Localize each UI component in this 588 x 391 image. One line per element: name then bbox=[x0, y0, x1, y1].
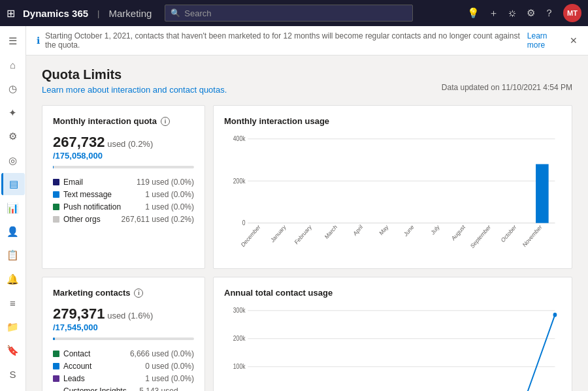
legend-label: Contact bbox=[63, 349, 90, 358]
sidebar-item-dashboard[interactable]: ▤ bbox=[1, 173, 25, 195]
nav-icons: 💡 ＋ ⛭ ⚙ ？ MT bbox=[467, 4, 581, 22]
banner-learn-link[interactable]: Learn more bbox=[527, 31, 564, 50]
svg-text:200k: 200k bbox=[233, 178, 246, 185]
legend-value: 1 used (0.0%) bbox=[145, 374, 194, 383]
sidebar-item-home[interactable]: ⌂ bbox=[1, 54, 25, 76]
svg-text:July: July bbox=[430, 223, 441, 236]
svg-text:August: August bbox=[450, 223, 466, 242]
legend-color-dot bbox=[53, 216, 59, 223]
sidebar-item-analytics[interactable]: 📊 bbox=[1, 196, 25, 219]
svg-text:300k: 300k bbox=[233, 307, 246, 315]
sidebar-item-settings-local[interactable]: ⚙ bbox=[1, 125, 25, 148]
monthly-interaction-card: Monthly interaction quota i 267,732 used… bbox=[42, 105, 205, 269]
marketing-contacts-info-icon[interactable]: i bbox=[134, 289, 143, 298]
contact-chart-card: Annual total contact usage 0100k200k300k… bbox=[213, 277, 572, 391]
sidebar-item-recent[interactable]: ◷ bbox=[1, 78, 25, 100]
avatar[interactable]: MT bbox=[563, 4, 581, 22]
svg-point-49 bbox=[553, 313, 557, 317]
sidebar-item-pinned[interactable]: ✦ bbox=[1, 101, 25, 123]
settings-icon[interactable]: ⚙ bbox=[527, 7, 535, 19]
svg-text:January: January bbox=[269, 223, 287, 244]
contacts-quota-fill bbox=[53, 337, 55, 340]
banner-close-button[interactable]: ✕ bbox=[570, 35, 578, 46]
legend-label: Email bbox=[63, 178, 83, 187]
svg-text:May: May bbox=[378, 223, 390, 237]
main-content: ℹ Starting October 1, 2021, contacts tha… bbox=[26, 26, 588, 391]
page-subtitle-link[interactable]: Learn more about interaction and contact… bbox=[42, 85, 227, 95]
module-name: Marketing bbox=[108, 8, 152, 19]
legend-color-dot bbox=[53, 375, 59, 382]
legend-color-dot bbox=[53, 191, 59, 198]
contacts-quota-bar bbox=[53, 337, 194, 340]
waffle-icon[interactable]: ⊞ bbox=[7, 7, 15, 20]
sidebar-item-list[interactable]: ≡ bbox=[1, 292, 25, 314]
search-icon: 🔍 bbox=[171, 8, 180, 18]
legend-color-dot bbox=[53, 179, 59, 185]
search-box[interactable]: 🔍 bbox=[165, 5, 413, 22]
add-icon[interactable]: ＋ bbox=[489, 7, 498, 20]
sidebar-item-info[interactable]: ◎ bbox=[1, 149, 25, 171]
contacts-used-pct: used (1.6%) bbox=[107, 311, 153, 321]
svg-text:April: April bbox=[352, 223, 364, 237]
legend-label: Text message bbox=[63, 190, 112, 199]
left-sidebar: ☰ ⌂ ◷ ✦ ⚙ ◎ ▤ 📊 👤 📋 🔔 ≡ 📁 🔖 S bbox=[0, 26, 26, 391]
legend-value: 5,143 used (0.0%) bbox=[139, 386, 194, 391]
nav-divider: | bbox=[97, 8, 99, 18]
legend-item: Customer Insights profiles 5,143 used (0… bbox=[53, 386, 194, 391]
legend-item: Text message 1 used (0.0%) bbox=[53, 190, 194, 199]
contacts-used-number: 279,371 bbox=[53, 305, 105, 322]
legend-color-dot bbox=[53, 363, 59, 369]
sidebar-item-segments[interactable]: 📋 bbox=[1, 244, 25, 266]
legend-color-dot bbox=[53, 204, 59, 210]
monthly-used-number: 267,732 bbox=[53, 134, 105, 150]
legend-label: Account bbox=[63, 362, 91, 371]
svg-text:October: October bbox=[500, 223, 517, 243]
page-header: Quota Limits Learn more about interactio… bbox=[26, 55, 588, 105]
search-input[interactable] bbox=[184, 8, 407, 18]
contact-chart-title: Annual total contact usage bbox=[224, 288, 561, 298]
interaction-chart-container: 0200k400kDecemberJanuaryFebruaryMarchApr… bbox=[224, 127, 561, 258]
svg-text:September: September bbox=[469, 223, 492, 249]
interaction-chart-svg: 0200k400kDecemberJanuaryFebruaryMarchApr… bbox=[224, 127, 561, 258]
sidebar-item-contacts[interactable]: 👤 bbox=[1, 221, 25, 243]
monthly-interaction-chart-card: Monthly interaction usage 0200k400kDecem… bbox=[213, 105, 572, 269]
sidebar-item-bookmarks[interactable]: 🔖 bbox=[1, 339, 25, 362]
top-navigation: ⊞ Dynamics 365 | Marketing 🔍 💡 ＋ ⛭ ⚙ ？ M… bbox=[0, 0, 588, 26]
contact-chart-svg: 0100k200k300kDecemberJanuaryFebruaryMarc… bbox=[224, 299, 561, 391]
legend-value: 1 used (0.0%) bbox=[145, 190, 194, 199]
svg-text:March: March bbox=[323, 223, 338, 240]
svg-text:200k: 200k bbox=[233, 335, 246, 342]
svg-text:December: December bbox=[240, 223, 261, 248]
monthly-interaction-info-icon[interactable]: i bbox=[161, 117, 170, 126]
sidebar-item-menu[interactable]: ☰ bbox=[1, 30, 25, 52]
svg-text:400k: 400k bbox=[233, 136, 246, 143]
sidebar-item-files[interactable]: 📁 bbox=[1, 316, 25, 338]
interaction-chart-title: Monthly interaction usage bbox=[224, 116, 561, 126]
legend-item: Email 119 used (0.0%) bbox=[53, 178, 194, 187]
svg-text:June: June bbox=[402, 223, 415, 238]
legend-value: 1 used (0.0%) bbox=[145, 202, 194, 211]
help-icon[interactable]: 💡 bbox=[467, 7, 480, 19]
monthly-quota-bar bbox=[53, 166, 194, 168]
sidebar-item-notifications[interactable]: 🔔 bbox=[1, 268, 25, 290]
legend-value: 267,611 used (0.2%) bbox=[122, 215, 194, 224]
legend-label: Customer Insights profiles bbox=[63, 386, 139, 391]
legend-item: Contact 6,666 used (0.0%) bbox=[53, 349, 194, 358]
sidebar-item-upload[interactable]: S bbox=[1, 364, 25, 386]
contacts-legend: Contact 6,666 used (0.0%) Account 0 used… bbox=[53, 349, 194, 391]
contacts-total-quota: /17,545,000 bbox=[53, 322, 98, 332]
legend-label: Leads bbox=[63, 374, 85, 383]
legend-value: 119 used (0.0%) bbox=[137, 178, 194, 187]
legend-value: 0 used (0.0%) bbox=[145, 362, 194, 371]
filter-icon[interactable]: ⛭ bbox=[508, 8, 517, 19]
legend-item: Leads 1 used (0.0%) bbox=[53, 374, 194, 383]
legend-label: Push notification bbox=[63, 202, 121, 211]
page-title: Quota Limits bbox=[42, 67, 572, 82]
marketing-contacts-numbers: 279,371 used (1.6%) /17,545,000 bbox=[53, 305, 194, 332]
monthly-interaction-numbers: 267,732 used (0.2%) /175,058,000 bbox=[53, 134, 194, 161]
marketing-contacts-card: Marketing contacts i 279,371 used (1.6%)… bbox=[42, 277, 205, 391]
svg-rect-17 bbox=[536, 164, 549, 223]
banner-info-icon: ℹ bbox=[37, 35, 40, 46]
question-icon[interactable]: ？ bbox=[544, 7, 554, 20]
svg-text:February: February bbox=[293, 223, 313, 246]
